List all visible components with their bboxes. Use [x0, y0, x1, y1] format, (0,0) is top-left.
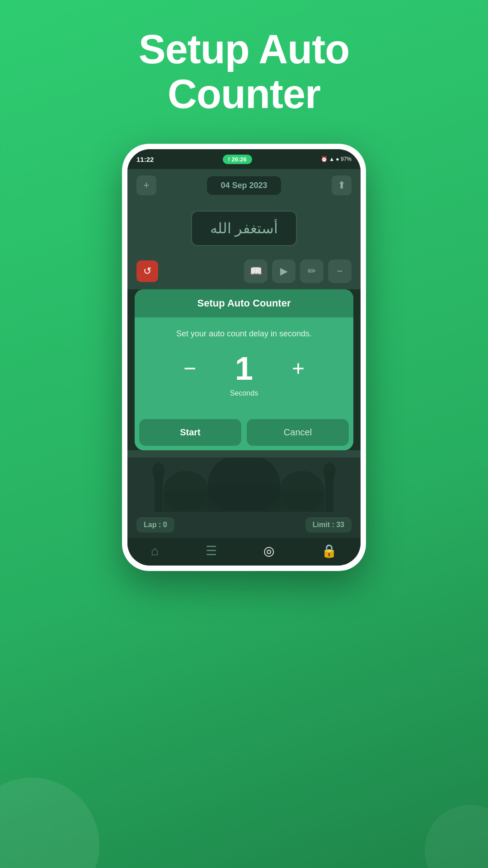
dialog-header: Setup Auto Counter	[135, 289, 353, 317]
dialog-description: Set your auto count delay in seconds.	[144, 328, 344, 340]
nav-book[interactable]: ☰	[206, 543, 217, 558]
svg-rect-6	[279, 491, 324, 512]
reset-icon: ↺	[143, 265, 151, 277]
svg-point-10	[323, 463, 336, 479]
deco-circle-1	[0, 778, 99, 868]
nav-counter[interactable]: ◎	[263, 543, 274, 558]
minus-icon: −	[337, 265, 343, 277]
svg-rect-2	[208, 485, 280, 512]
add-icon: +	[144, 179, 150, 191]
nav-bar: ⌂ ☰ ◎ 🔒	[127, 538, 361, 566]
app-header: + 04 Sep 2023 ⬆	[127, 169, 361, 202]
counter-nav-icon: ◎	[263, 543, 274, 558]
cancel-button[interactable]: Cancel	[247, 419, 349, 446]
limit-badge: Limit : 33	[305, 517, 352, 533]
counter-value: 1	[226, 352, 262, 385]
decrement-button[interactable]: −	[176, 358, 203, 379]
status-bar: 11:22 ! 26:26 ⏰ ▲ ● 97%	[127, 149, 361, 169]
dialog-actions: Start Cancel	[135, 419, 353, 450]
arabic-area: أستغفر الله	[127, 202, 361, 255]
status-time: 11:22	[136, 156, 154, 163]
status-pill: ! 26:26	[223, 155, 252, 164]
edit-icon: ✏	[308, 265, 316, 277]
tool-group: 📖 ▶ ✏ −	[244, 259, 352, 283]
arabic-text[interactable]: أستغفر الله	[191, 211, 297, 246]
modal-overlay: Setup Auto Counter Set your auto count d…	[127, 289, 361, 450]
home-icon: ⌂	[151, 544, 159, 558]
share-icon: ⬆	[338, 179, 346, 191]
toolbar: ↺ 📖 ▶ ✏ −	[127, 255, 361, 289]
book-nav-icon: ☰	[206, 543, 217, 558]
date-display[interactable]: 04 Sep 2023	[207, 176, 281, 195]
deco-circle-2	[425, 805, 488, 868]
status-right: ⏰ ▲ ● 97%	[321, 156, 352, 162]
battery-info: ⏰ ▲ ● 97%	[321, 156, 352, 162]
start-button[interactable]: Start	[139, 419, 241, 446]
settings-nav-icon: 🔒	[321, 543, 337, 558]
dialog-title: Setup Auto Counter	[144, 297, 344, 309]
lap-limit-bar: Lap : 0 Limit : 33	[127, 512, 361, 538]
mosque-svg	[127, 458, 361, 512]
reset-button[interactable]: ↺	[136, 260, 158, 282]
nav-home[interactable]: ⌂	[151, 544, 159, 558]
play-icon: ▶	[280, 265, 288, 277]
book-button[interactable]: 📖	[244, 259, 267, 283]
edit-button[interactable]: ✏	[300, 259, 324, 283]
page-title: Setup Auto Counter	[139, 27, 350, 117]
svg-point-8	[152, 463, 165, 479]
book-icon: 📖	[250, 265, 262, 277]
phone-frame: 11:22 ! 26:26 ⏰ ▲ ● 97% + 04 Sep 2023 ⬆ …	[122, 144, 366, 571]
counter-label: Seconds	[144, 389, 344, 397]
increment-button[interactable]: +	[285, 358, 312, 379]
play-button[interactable]: ▶	[272, 259, 296, 283]
add-button[interactable]: +	[136, 175, 156, 195]
remove-button[interactable]: −	[328, 259, 352, 283]
mosque-area	[127, 458, 361, 512]
lap-badge: Lap : 0	[136, 517, 174, 533]
counter-row: − 1 +	[144, 352, 344, 385]
setup-auto-counter-dialog: Setup Auto Counter Set your auto count d…	[135, 289, 353, 450]
share-button[interactable]: ⬆	[332, 175, 352, 195]
phone-screen: 11:22 ! 26:26 ⏰ ▲ ● 97% + 04 Sep 2023 ⬆ …	[127, 149, 361, 566]
nav-settings[interactable]: 🔒	[321, 543, 337, 558]
svg-rect-4	[164, 491, 209, 512]
dialog-body: Set your auto count delay in seconds. − …	[135, 317, 353, 419]
